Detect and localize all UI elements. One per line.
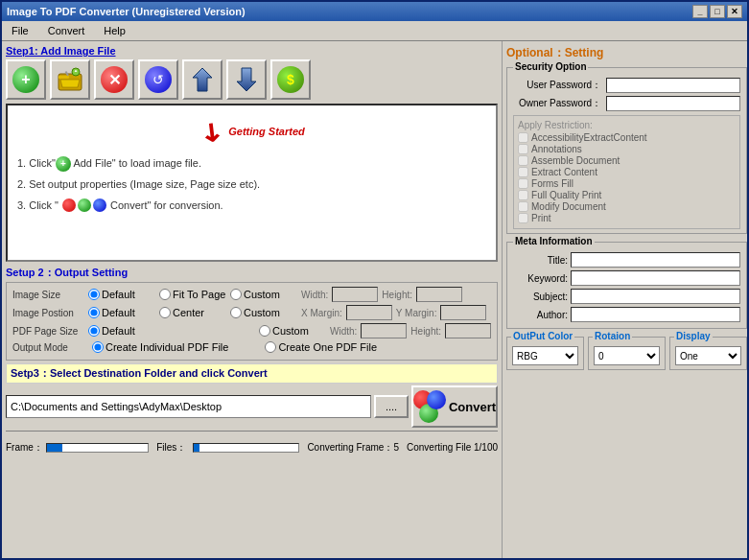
destination-path-input[interactable] — [6, 395, 371, 418]
owner-password-input[interactable] — [606, 96, 740, 111]
meta-title-row: Title: — [513, 252, 740, 268]
frame-progress: Frame： — [6, 441, 149, 455]
meta-group: Meta Information Title: Keyword: Subject… — [506, 242, 747, 329]
minimize-button[interactable]: _ — [692, 5, 708, 18]
image-size-custom-label[interactable]: Custom — [230, 289, 297, 300]
image-size-default-radio[interactable] — [88, 289, 100, 300]
maximize-button[interactable]: □ — [710, 5, 725, 18]
menu-help[interactable]: Help — [98, 23, 131, 38]
optional-header: Optional：Setting — [506, 45, 747, 61]
add-folder-button[interactable] — [50, 59, 90, 100]
menu-bar: File Convert Help — [2, 21, 747, 41]
meta-keyword-input[interactable] — [571, 270, 740, 286]
convert-label: Convert — [449, 400, 496, 414]
restriction-quality-print-checkbox[interactable] — [518, 190, 528, 200]
output-settings: Image Size Default Fit To Page Custom Wi… — [6, 282, 498, 361]
frame-progress-fill — [47, 444, 62, 452]
owner-password-row: Owner Password： — [513, 96, 740, 111]
restriction-forms-label: Forms Fill — [531, 178, 573, 189]
restriction-extract-checkbox[interactable] — [518, 167, 528, 177]
getting-started-title: ↘ Getting Started — [199, 115, 304, 147]
left-panel: Step1: Add Image File + — [2, 41, 502, 558]
display-group: Display One Two Continuous — [669, 337, 747, 370]
imgpos-center-label[interactable]: Center — [159, 307, 226, 318]
height-label-pdfsize: Height: — [410, 326, 441, 337]
meta-author-input[interactable] — [571, 307, 740, 322]
toolbar: + ✕ ↺ — [6, 59, 498, 100]
menu-file[interactable]: File — [6, 23, 35, 38]
imgpos-custom-radio[interactable] — [230, 307, 242, 318]
restriction-quality-print: Full Quality Print — [518, 190, 736, 200]
bottom-options: OutPut Color RBG Gray CMYK Rotaion 0 90 … — [506, 337, 747, 370]
image-size-fitpage-label[interactable]: Fit To Page — [159, 289, 226, 300]
convert-button[interactable]: Convert — [411, 385, 498, 428]
image-size-height-input[interactable] — [416, 287, 462, 302]
refresh-button[interactable]: ↺ — [138, 59, 178, 100]
imgpos-default-label[interactable]: Default — [88, 307, 155, 318]
add-file-button[interactable]: + — [6, 59, 46, 100]
pdfsize-default-radio[interactable] — [88, 325, 100, 337]
restriction-assemble: Assemble Document — [518, 155, 736, 166]
svg-marker-4 — [193, 68, 212, 91]
meta-subject-label: Subject: — [513, 292, 571, 302]
restriction-forms-checkbox[interactable] — [518, 178, 528, 189]
restriction-print-label: Print — [531, 213, 551, 223]
getting-started-text: 1. Click"+ Add File" to load image file.… — [17, 154, 486, 217]
restriction-assemble-checkbox[interactable] — [518, 155, 528, 166]
height-label-imgsize: Height: — [382, 290, 412, 300]
buy-button[interactable]: $ — [270, 59, 311, 100]
move-up-button[interactable] — [182, 59, 222, 100]
delete-button[interactable]: ✕ — [94, 59, 134, 100]
output-one-radio[interactable] — [265, 341, 276, 353]
pdf-size-width-input[interactable] — [361, 323, 407, 338]
files-label: Files： — [156, 441, 190, 455]
files-progress-bar — [193, 443, 299, 453]
main-window: Image To PDF Converter (Unregistered Ver… — [0, 0, 749, 560]
close-button[interactable]: ✕ — [727, 5, 742, 18]
meta-subject-row: Subject: — [513, 289, 740, 304]
output-individual-radio[interactable] — [92, 341, 104, 353]
pdfsize-custom-radio[interactable] — [259, 325, 270, 337]
xmargin-input[interactable] — [346, 305, 392, 320]
image-size-width-input[interactable] — [332, 287, 378, 302]
pdf-size-height-input[interactable] — [445, 323, 491, 338]
restriction-annotations-label: Annotations — [531, 144, 582, 154]
display-select[interactable]: One Two Continuous — [675, 346, 741, 365]
output-one-label[interactable]: Create One PDF File — [265, 341, 377, 353]
inline-green-circle — [78, 198, 91, 212]
pdf-page-size-row: PDF Page Size Default Custom Width: Heig… — [12, 323, 491, 338]
pdfsize-custom-label[interactable]: Custom — [259, 325, 326, 337]
imgpos-custom-label[interactable]: Custom — [230, 307, 297, 318]
ymargin-input[interactable] — [440, 305, 486, 320]
width-label-imgsize: Width: — [301, 290, 328, 300]
step3-label-bar: Setp3：Select Destination Folder and clic… — [6, 363, 498, 384]
image-size-custom-radio[interactable] — [230, 289, 242, 300]
delete-icon: ✕ — [101, 66, 128, 93]
restriction-print-checkbox[interactable] — [518, 213, 528, 223]
restriction-print: Print — [518, 213, 736, 223]
imgpos-default-radio[interactable] — [88, 307, 100, 318]
meta-subject-input[interactable] — [571, 289, 740, 304]
browse-button[interactable]: .... — [374, 395, 409, 418]
rotation-select[interactable]: 0 90 180 270 — [594, 346, 660, 365]
image-size-default-label[interactable]: Default — [88, 289, 155, 300]
output-mode-row: Output Mode Create Individual PDF File C… — [12, 341, 491, 353]
files-progress: Files： — [156, 441, 299, 455]
move-down-button[interactable] — [226, 59, 267, 100]
output-individual-label[interactable]: Create Individual PDF File — [92, 341, 228, 353]
meta-title-input[interactable] — [571, 252, 740, 268]
menu-convert[interactable]: Convert — [42, 23, 91, 38]
pdf-page-size-label: PDF Page Size — [12, 326, 84, 337]
restriction-modify-checkbox[interactable] — [518, 201, 528, 212]
restriction-assemble-label: Assemble Document — [531, 155, 620, 166]
user-password-input[interactable] — [606, 78, 740, 93]
imgpos-center-radio[interactable] — [159, 307, 171, 318]
right-panel: Optional：Setting Security Option User Pa… — [502, 41, 747, 558]
image-size-fitpage-radio[interactable] — [159, 289, 171, 300]
pdfsize-default-label[interactable]: Default — [88, 325, 155, 337]
apply-restriction-label: Apply Restriction: — [518, 120, 736, 130]
step2-label: Setup 2：Output Setting — [6, 266, 498, 280]
output-color-select[interactable]: RBG Gray CMYK — [512, 346, 578, 365]
restriction-annotations-checkbox[interactable] — [518, 144, 528, 154]
restriction-accessibility-checkbox[interactable] — [518, 132, 528, 143]
